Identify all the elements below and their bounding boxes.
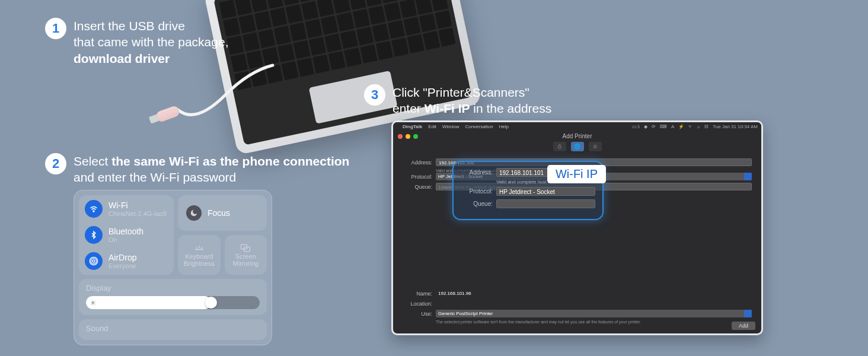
step-2: 2 Select the same Wi-Fi as the phone con… [45, 153, 349, 186]
tab-windows[interactable]: ⎚ [589, 142, 602, 151]
moon-icon [186, 205, 202, 221]
wifi-meta: ChinaNet-2.4G-lao9 [108, 210, 167, 217]
airdrop-title: AirDrop [108, 253, 136, 262]
menu-edit[interactable]: Edit [428, 124, 436, 129]
usb-drive-illustration [155, 105, 181, 123]
step-2-line1b: the same Wi-Fi as the phone connection [111, 154, 349, 168]
step-3-line2c: in the address [470, 101, 552, 115]
screen-mirroring-label: Screen Mirroring [226, 253, 266, 267]
airdrop-meta: Everyone [108, 262, 136, 269]
menu-help[interactable]: Help [499, 124, 509, 129]
wifi-toggle[interactable]: Wi-FiChinaNet-2.4G-lao9 [85, 200, 168, 218]
protocol-label-bg: Protocol: [403, 174, 432, 180]
screen-mirroring-button[interactable]: Screen Mirroring [225, 235, 267, 275]
tab-ip[interactable]: 🌐 [571, 142, 584, 151]
bluetooth-title: Bluetooth [108, 227, 143, 236]
step-1-badge: 1 [45, 18, 66, 39]
keyboard-brightness-icon [193, 243, 205, 253]
airdrop-toggle[interactable]: AirDropEveryone [85, 252, 168, 270]
menubar-input-icon: ⌨ [660, 124, 667, 129]
menubar-app: DingTalk [403, 124, 422, 129]
step-2-line2: and enter the Wi-Fi password [74, 170, 236, 184]
callout-protocol-label: Protocol: [461, 188, 493, 195]
step-1-line3: download driver [74, 52, 170, 65]
callout-queue-label: Queue: [461, 201, 493, 207]
svg-point-0 [93, 211, 94, 212]
location-value [436, 300, 752, 307]
menubar-shield-icon: ◆ [644, 124, 647, 129]
menubar: DingTalk Edit Window Conversation Help ▭… [393, 122, 761, 131]
bluetooth-toggle[interactable]: BluetoothOn [85, 226, 168, 244]
step-3-line2a: enter [392, 101, 425, 115]
location-label: Location: [403, 301, 432, 307]
add-printer-tabs: ⎙ 🌐 ⎚ [393, 141, 761, 155]
sound-section: Sound [79, 319, 267, 340]
address-label-bg: Address: [403, 160, 432, 166]
menubar-search-icon: ⌕ [697, 124, 700, 129]
screen-mirroring-icon [240, 243, 251, 253]
menu-conversation[interactable]: Conversation [465, 124, 493, 129]
svg-point-2 [91, 258, 96, 263]
step-3-badge: 3 [364, 84, 385, 106]
step-2-line1a: Select [74, 154, 111, 168]
callout-address-label: Address: [461, 169, 493, 176]
connectivity-group: Wi-FiChinaNet-2.4G-lao9 BluetoothOn AirD… [79, 195, 174, 275]
wifi-title: Wi-Fi [108, 201, 167, 210]
control-center-panel: Wi-FiChinaNet-2.4G-lao9 BluetoothOn AirD… [74, 190, 272, 345]
menubar-wifi-icon: ᯤ [688, 124, 693, 129]
step-3-line1: Click "Printer&Scanners" [392, 85, 529, 99]
menubar-badge: ▭3 [632, 124, 639, 129]
add-button[interactable]: Add [732, 322, 755, 330]
use-label: Use: [403, 311, 432, 317]
window-title: Add Printer [393, 131, 761, 141]
display-label: Display [86, 284, 260, 293]
menubar-cc-icon: ⊟ [704, 124, 709, 129]
sound-label: Sound [86, 324, 260, 333]
brightness-slider[interactable]: ☀ [86, 296, 260, 309]
step-1: 1 Insert the USB drive that came with th… [45, 18, 229, 66]
menubar-date: Tue Jan 31 10:34 AM [713, 124, 758, 129]
name-label: Name: [403, 291, 432, 297]
keyboard-illustration [219, 0, 456, 90]
step-1-line2: that came with the package, [74, 35, 229, 49]
add-printer-window: DingTalk Edit Window Conversation Help ▭… [391, 120, 763, 335]
keyboard-brightness-label: Keyboard Brightness [179, 253, 219, 267]
menubar-sync-icon: ⟳ [652, 124, 656, 129]
callout-highlight: Wi-Fi IP Address:192.168.101.101 Valid a… [452, 161, 604, 220]
use-note: The selected printer software isn't from… [436, 320, 752, 324]
display-section: Display ☀ [79, 279, 267, 315]
focus-label: Focus [208, 208, 230, 218]
sun-icon: ☀ [90, 298, 97, 307]
focus-toggle[interactable]: Focus [178, 195, 267, 231]
step-3-line2b: Wi-Fi IP [425, 101, 470, 115]
bluetooth-icon [85, 226, 103, 244]
menubar-battery-icon: ⚡ [678, 124, 684, 129]
step-2-badge: 2 [45, 153, 66, 174]
use-select[interactable]: Generic PostScript Printer [436, 310, 752, 317]
queue-label-bg: Queue: [403, 184, 432, 190]
keyboard-brightness-button[interactable]: Keyboard Brightness [178, 235, 221, 275]
bluetooth-meta: On [108, 236, 143, 243]
add-printer-form-lower: Name:192.168.101.96 Location: Use:Generi… [393, 290, 761, 324]
tab-default[interactable]: ⎙ [553, 142, 566, 151]
callout-queue-input[interactable] [496, 199, 595, 208]
svg-point-1 [92, 260, 95, 262]
step-3: 3 Click "Printer&Scanners" enter Wi-Fi I… [364, 84, 551, 117]
wifi-ip-bubble: Wi-Fi IP [547, 165, 606, 183]
menu-window[interactable]: Window [442, 124, 459, 129]
step-1-line1: Insert the USB drive [74, 19, 185, 33]
airdrop-icon [85, 252, 103, 270]
wifi-icon [85, 200, 103, 218]
name-value: 192.168.101.96 [436, 290, 752, 297]
window-controls[interactable] [398, 134, 418, 139]
callout-protocol-value[interactable]: HP Jetdirect - Socket [496, 187, 595, 196]
menubar-font-icon: A [671, 124, 674, 129]
